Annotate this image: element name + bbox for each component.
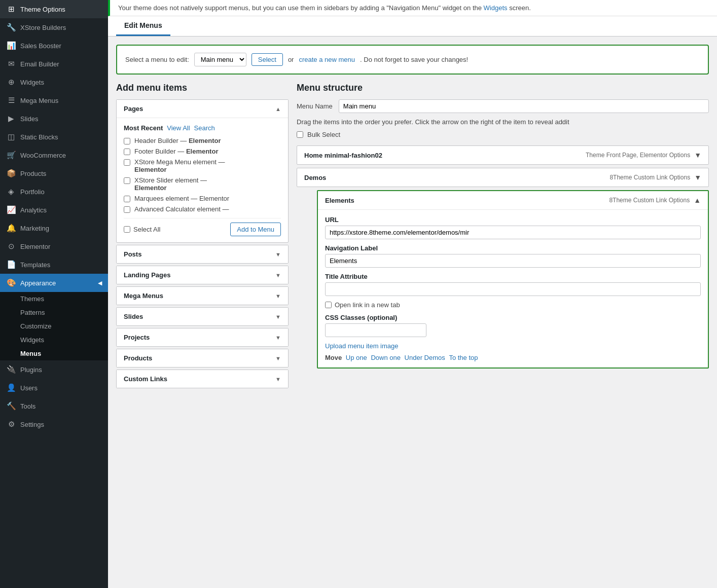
move-under-demos[interactable]: Under Demos xyxy=(405,354,445,361)
page-checkbox-3[interactable] xyxy=(124,177,130,184)
sidebar-item-slides[interactable]: ▶ Slides xyxy=(0,109,108,128)
select-all-label[interactable]: Select All xyxy=(124,226,160,233)
demos-expand-button[interactable]: ▼ xyxy=(694,173,701,181)
menu-item-home-header[interactable]: Home minimal-fashion02 Theme Front Page,… xyxy=(297,146,708,164)
page-checkbox-2[interactable] xyxy=(124,159,130,166)
accordion-landing-pages-header[interactable]: Landing Pages ▼ xyxy=(117,266,288,284)
accordion-mega-menus-header[interactable]: Mega Menus ▼ xyxy=(117,287,288,305)
bulk-select-checkbox[interactable] xyxy=(297,131,303,138)
sidebar-label-settings: Settings xyxy=(20,421,44,428)
url-input[interactable] xyxy=(325,226,701,239)
new-tab-label: Open link in a new tab xyxy=(335,301,400,309)
new-tab-group: Open link in a new tab xyxy=(325,301,701,309)
page-checkbox-4[interactable] xyxy=(124,196,130,202)
menu-item-demos-header[interactable]: Demos 8Theme Custom Link Options ▼ xyxy=(297,168,708,187)
accordion-custom-links-header[interactable]: Custom Links ▼ xyxy=(117,370,288,388)
page-item-1: Footer Builder — Elementor xyxy=(124,148,281,155)
page-item-3: XStore Slider element —Elementor xyxy=(124,176,281,192)
create-new-menu-link[interactable]: create a new menu xyxy=(299,56,355,63)
title-attr-input[interactable] xyxy=(325,282,701,296)
nav-label-group: Navigation Label xyxy=(325,244,701,268)
menu-item-elements-header[interactable]: Elements 8Theme Custom Link Options ▲ xyxy=(318,191,708,209)
select-all-checkbox[interactable] xyxy=(124,226,130,233)
products-chevron-icon: ▼ xyxy=(275,355,281,361)
home-title: Home minimal-fashion02 xyxy=(304,152,382,159)
templates-icon: 📄 xyxy=(6,260,16,269)
accordion-pages-header[interactable]: Pages ▲ xyxy=(117,100,288,118)
sidebar-item-plugins[interactable]: 🔌 Plugins xyxy=(0,360,108,379)
sidebar-item-products[interactable]: 📦 Products xyxy=(0,164,108,182)
upload-menu-image-link[interactable]: Upload menu item image xyxy=(325,342,701,350)
sidebar-item-woocommerce[interactable]: 🛒 WooCommerce xyxy=(0,146,108,164)
sidebar-label-static-blocks: Static Blocks xyxy=(20,133,58,141)
sidebar-item-tools[interactable]: 🔨 Tools xyxy=(0,397,108,415)
submenu-menus[interactable]: Menus xyxy=(0,347,108,360)
select-all-text: Select All xyxy=(133,226,160,233)
accordion-products-header[interactable]: Products ▼ xyxy=(117,349,288,367)
elements-expand-button[interactable]: ▲ xyxy=(694,196,701,204)
sidebar-item-sales-booster[interactable]: 📊 Sales Booster xyxy=(0,36,108,55)
move-up-one[interactable]: Up one xyxy=(346,354,367,361)
page-checkbox-0[interactable] xyxy=(124,138,130,144)
accordion-custom-links: Custom Links ▼ xyxy=(116,370,289,388)
menu-select[interactable]: Main menu xyxy=(194,53,246,66)
move-down-one[interactable]: Down one xyxy=(371,354,401,361)
sidebar-item-static-blocks[interactable]: ◫ Static Blocks xyxy=(0,128,108,146)
drag-hint: Drag the items into the order you prefer… xyxy=(297,118,709,126)
accordion-projects-header[interactable]: Projects ▼ xyxy=(117,328,288,346)
nav-label-input[interactable] xyxy=(325,254,701,268)
css-classes-input[interactable] xyxy=(325,323,426,337)
sidebar-item-portfolio[interactable]: ◈ Portfolio xyxy=(0,182,108,201)
submenu-patterns[interactable]: Patterns xyxy=(0,306,108,319)
select-button[interactable]: Select xyxy=(252,53,283,66)
analytics-icon: 📈 xyxy=(6,205,16,214)
menu-name-input[interactable] xyxy=(339,99,709,113)
sidebar-item-theme-options[interactable]: ⊞ Theme Options xyxy=(0,0,108,18)
mega-menus-label: Mega Menus xyxy=(124,292,163,300)
home-expand-button[interactable]: ▼ xyxy=(694,151,701,159)
sidebar-item-analytics[interactable]: 📈 Analytics xyxy=(0,201,108,219)
sidebar-label-analytics: Analytics xyxy=(20,206,47,214)
tab-edit-menus[interactable]: Edit Menus xyxy=(116,16,170,36)
sidebar-item-users[interactable]: 👤 Users xyxy=(0,379,108,397)
menu-item-home: Home minimal-fashion02 Theme Front Page,… xyxy=(297,145,709,165)
sidebar-label-widgets: Widgets xyxy=(20,79,44,86)
bulk-select-row: Bulk Select xyxy=(297,131,709,138)
accordion-slides-header[interactable]: Slides ▼ xyxy=(117,308,288,325)
accordion-posts-header[interactable]: Posts ▼ xyxy=(117,245,288,263)
submenu-widgets[interactable]: Widgets xyxy=(0,333,108,347)
sidebar-item-templates[interactable]: 📄 Templates xyxy=(0,255,108,274)
page-label-1: Footer Builder — Elementor xyxy=(134,148,218,155)
add-to-menu-button[interactable]: Add to Menu xyxy=(230,223,281,236)
notice-text: Your theme does not natively support men… xyxy=(118,4,482,12)
accordion-posts: Posts ▼ xyxy=(116,245,289,264)
sidebar-label-products: Products xyxy=(20,170,46,177)
widgets-icon: ⊕ xyxy=(6,78,16,87)
xstore-builders-icon: 🔧 xyxy=(6,23,16,32)
tab-view-all[interactable]: View All xyxy=(167,124,190,132)
page-checkbox-1[interactable] xyxy=(124,149,130,155)
move-label: Move xyxy=(325,354,342,361)
page-item-0: Header Builder — Elementor xyxy=(124,137,281,144)
sidebar-item-elementor[interactable]: ⊙ Elementor xyxy=(0,237,108,255)
sidebar-item-xstore-builders[interactable]: 🔧 XStore Builders xyxy=(0,18,108,36)
submenu-themes[interactable]: Themes xyxy=(0,292,108,306)
page-label-5: Advanced Calculator element — xyxy=(134,205,229,213)
tab-most-recent[interactable]: Most Recent xyxy=(124,124,163,132)
tab-search[interactable]: Search xyxy=(194,124,215,132)
title-attr-group: Title Attribute xyxy=(325,273,701,296)
sidebar-label-slides: Slides xyxy=(20,115,38,123)
landing-pages-chevron-icon: ▼ xyxy=(275,272,281,278)
sidebar-item-email-builder[interactable]: ✉ Email Builder xyxy=(0,55,108,73)
submenu-customize[interactable]: Customize xyxy=(0,319,108,333)
sidebar-item-widgets[interactable]: ⊕ Widgets xyxy=(0,73,108,91)
sidebar-item-marketing[interactable]: 🔔 Marketing xyxy=(0,219,108,237)
widgets-link[interactable]: Widgets xyxy=(484,4,508,12)
sidebar-item-mega-menus[interactable]: ☰ Mega Menus xyxy=(0,91,108,109)
sidebar-item-settings[interactable]: ⚙ Settings xyxy=(0,415,108,433)
demos-meta: 8Theme Custom Link Options xyxy=(610,174,690,181)
move-to-top[interactable]: To the top xyxy=(449,354,478,361)
page-checkbox-5[interactable] xyxy=(124,206,130,213)
sidebar-item-appearance[interactable]: 🎨 Appearance ◀ xyxy=(0,274,108,292)
new-tab-checkbox[interactable] xyxy=(325,302,332,308)
